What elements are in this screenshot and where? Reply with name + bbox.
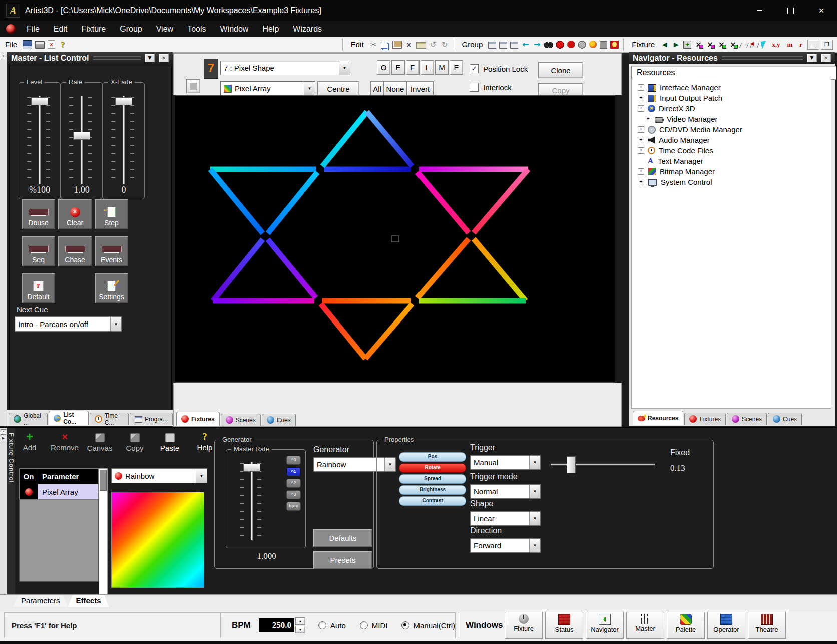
- select-group-tool-icon[interactable]: ×: [706, 41, 714, 49]
- default-button[interactable]: rDefault: [22, 273, 55, 303]
- tree-item-input-output-patch[interactable]: +Input Output Patch: [632, 93, 831, 103]
- menu-item-help[interactable]: Help: [255, 21, 286, 37]
- eraser-icon[interactable]: [739, 43, 749, 48]
- add-button[interactable]: +Add: [18, 432, 41, 452]
- pixel-bar-8[interactable]: [321, 304, 365, 359]
- defaults-button[interactable]: Defaults: [313, 529, 372, 547]
- redo-icon[interactable]: ↻: [441, 41, 449, 49]
- select-none-button[interactable]: None: [383, 81, 407, 96]
- contrast-pill-button[interactable]: Contrast: [399, 496, 466, 506]
- operator-window-button[interactable]: Operator: [707, 612, 745, 639]
- tree-expand-icon[interactable]: +: [638, 147, 644, 154]
- shape-flag-button-o0[interactable]: O: [377, 60, 390, 75]
- pixel-bar-14[interactable]: [474, 239, 526, 301]
- status-window-button[interactable]: Status: [545, 612, 583, 639]
- add-fixture-icon[interactable]: +: [683, 41, 691, 49]
- master-panel-titlebar[interactable]: Master - List Control ▼ ×: [7, 52, 173, 64]
- pause-icon[interactable]: [578, 41, 586, 49]
- pixel-bar-5[interactable]: [365, 304, 412, 359]
- group-edit-icon[interactable]: [499, 42, 507, 49]
- shape-flag-button-m4[interactable]: M: [435, 60, 449, 75]
- tool-text-r[interactable]: r: [797, 41, 804, 49]
- save-icon[interactable]: [23, 40, 32, 49]
- bpm-down-icon[interactable]: ▼: [295, 626, 305, 633]
- shape-mode-select[interactable]: Linear ▼: [470, 511, 541, 526]
- pixel-bar-12[interactable]: [367, 112, 412, 166]
- douse-button[interactable]: Douse: [22, 199, 55, 229]
- print-icon[interactable]: [35, 41, 45, 49]
- clone-button[interactable]: Clone: [538, 62, 583, 78]
- select-tool-icon[interactable]: ×: [694, 41, 703, 49]
- seq-button[interactable]: Seq: [22, 236, 55, 266]
- radio-manualctrl[interactable]: Manual(Ctrl): [401, 621, 455, 630]
- tree-item-interface-manager[interactable]: +Interface Manager: [632, 82, 831, 93]
- group-new-icon[interactable]: [488, 42, 496, 49]
- canvas-button[interactable]: Canvas: [88, 432, 111, 452]
- menu-item-edit[interactable]: Edit: [47, 21, 75, 37]
- bpm-field[interactable]: 250.0: [259, 618, 294, 632]
- navigator-window-button[interactable]: Navigator: [586, 612, 624, 639]
- remove-button[interactable]: ×Remove: [53, 432, 76, 452]
- import-icon[interactable]: [416, 42, 426, 49]
- fixture-prev-icon[interactable]: ◀: [660, 41, 669, 49]
- master-tab-timec[interactable]: Time C...: [90, 413, 129, 425]
- pixel-bar-11[interactable]: [213, 239, 263, 301]
- menu-item-group[interactable]: Group: [113, 21, 149, 37]
- menu-item-tools[interactable]: Tools: [180, 21, 213, 37]
- chevron-down-icon[interactable]: ▼: [196, 469, 207, 483]
- panel-collapse-icon[interactable]: ▼: [807, 54, 817, 62]
- undo-icon[interactable]: ↺: [429, 41, 438, 49]
- chevron-down-icon[interactable]: ▼: [529, 512, 540, 525]
- dock-close-icon[interactable]: ×: [1, 54, 6, 59]
- blackout-icon[interactable]: [600, 41, 607, 49]
- shape-flag-button-f2[interactable]: F: [406, 60, 420, 75]
- pixel-bar-13[interactable]: [417, 172, 469, 233]
- radio-midi[interactable]: MIDI: [360, 621, 388, 630]
- live-icon[interactable]: [589, 41, 597, 48]
- table-header-parameter[interactable]: Parameter: [38, 468, 99, 484]
- delete-icon[interactable]: ×: [405, 41, 413, 49]
- tree-expand-icon[interactable]: +: [638, 168, 644, 175]
- tree-expand-icon[interactable]: +: [638, 126, 644, 133]
- navigator-tab-scenes[interactable]: Scenes: [727, 413, 767, 425]
- canvas-tab-cues[interactable]: Cues: [262, 414, 296, 426]
- tree-item-audio-manager[interactable]: +Audio Manager: [632, 135, 831, 145]
- bpm-up-icon[interactable]: ▲: [295, 617, 305, 625]
- chevron-down-icon[interactable]: ▼: [339, 61, 350, 75]
- trigger-select[interactable]: Manual ▼: [470, 455, 541, 470]
- record-icon[interactable]: [556, 41, 564, 49]
- pixel-bar-9[interactable]: [322, 112, 367, 166]
- find-icon[interactable]: [544, 41, 553, 49]
- move-tool-icon[interactable]: ×: [717, 41, 726, 49]
- radio-auto[interactable]: Auto: [318, 621, 346, 630]
- master-rate-slider[interactable]: [243, 464, 260, 472]
- palette-window-button[interactable]: Palette: [667, 612, 705, 639]
- pixel-bar-10[interactable]: [268, 172, 317, 233]
- tree-item-directx--d[interactable]: +DirectX 3D: [632, 103, 831, 114]
- group-next-icon[interactable]: →: [533, 41, 541, 49]
- fixed-slider-handle[interactable]: [567, 456, 576, 473]
- rate-mult-pow2[interactable]: ^2: [286, 479, 301, 488]
- swatch-button[interactable]: [186, 79, 200, 93]
- group-export-icon[interactable]: [510, 42, 518, 49]
- rotate-pill-button[interactable]: Rotate: [399, 463, 466, 473]
- step-button[interactable]: ↩Step: [95, 199, 128, 229]
- navigator-tab-fixtures[interactable]: Fixtures: [684, 413, 726, 425]
- child-minimize-button[interactable]: –: [807, 40, 819, 50]
- dock-expand-icon[interactable]: ▶: [1, 436, 6, 441]
- table-scrollbar[interactable]: [99, 468, 108, 597]
- rate-mult-bpm[interactable]: bpm: [286, 502, 301, 511]
- settings-button[interactable]: Settings: [95, 273, 128, 303]
- shape-flag-button-e5[interactable]: E: [450, 60, 463, 75]
- clear-button[interactable]: Clear: [58, 199, 92, 229]
- copy-icon[interactable]: [381, 42, 387, 49]
- navigator-titlebar[interactable]: Navigator - Resources ▼ ×: [629, 52, 835, 64]
- resources-header[interactable]: Resources: [631, 66, 836, 80]
- select-all-button[interactable]: All: [370, 81, 384, 96]
- panel-collapse-icon[interactable]: ▼: [145, 54, 155, 62]
- tree-expand-icon[interactable]: +: [645, 116, 651, 122]
- paste-button[interactable]: Paste: [158, 432, 181, 452]
- fixed-slider-track[interactable]: [550, 463, 655, 466]
- pixel-bar-4[interactable]: [417, 239, 469, 298]
- tree-expand-icon[interactable]: +: [638, 84, 644, 91]
